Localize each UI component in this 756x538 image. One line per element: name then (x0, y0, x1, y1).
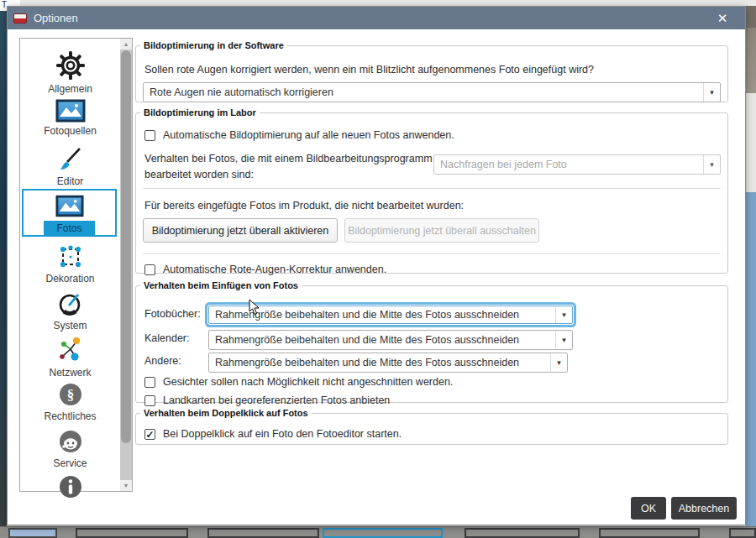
sidebar-scrollbar[interactable]: ▲ ▼ (120, 39, 132, 491)
checkbox-label: Bei Doppelklick auf ein Foto den Fotoedi… (163, 428, 402, 440)
section-einfuegen-fotos: Verhalten beim Einfügen von Fotos Fotobü… (135, 280, 728, 403)
checkbox-label: Automatische Rote-Augen-Korrektur anwend… (163, 264, 386, 275)
dialog-title: Optionen (34, 12, 78, 24)
divider (143, 253, 721, 254)
section-legend: Verhalten beim Einfügen von Fotos (140, 280, 302, 290)
dropdown-value: Rote Augen nie automatisch korrigieren (150, 86, 333, 98)
chevron-down-icon: ▾ (555, 306, 572, 323)
section-legend: Bildoptimierung in der Software (140, 40, 287, 50)
gauge-icon (21, 290, 119, 317)
svg-text:§: § (66, 387, 74, 403)
sidebar-item-netzwerk[interactable]: Netzwerk (21, 336, 119, 379)
options-dialog: Optionen ✕ (7, 6, 746, 525)
sidebar-item-fotoquellen[interactable]: Fotoquellen (21, 99, 119, 137)
fotobuecher-label: Fotobücher: (144, 308, 201, 320)
section-bildoptimierung-labor: Bildoptimierung im Labor Automatische Bi… (135, 107, 728, 274)
sidebar-item-dekoration[interactable]: Dekoration (21, 243, 119, 285)
checkbox-label: Landkarten bei georeferenzierten Fotos a… (163, 394, 390, 406)
maps-checkbox[interactable] (144, 395, 155, 406)
network-icon (21, 336, 119, 364)
sidebar-item-label: Fotos (44, 221, 95, 237)
sidebar-item-system[interactable]: System (21, 290, 119, 332)
scroll-up-icon[interactable]: ▲ (120, 39, 132, 50)
section-doppelklick-fotos: Verhalten beim Doppelklick auf Fotos ✓ B… (135, 408, 728, 445)
sidebar-item-editor[interactable]: Editor (21, 146, 119, 187)
sidebar-item-allgemein[interactable]: Allgemein (21, 50, 119, 95)
sidebar-item-info[interactable] (21, 473, 119, 500)
sidebar-item-service[interactable]: Service (21, 428, 119, 469)
auto-optimize-checkbox[interactable] (144, 130, 155, 141)
faces-checkbox-row: Gesichter sollen nach Möglichkeit nicht … (144, 376, 453, 388)
redeye-dropdown[interactable]: Rote Augen nie automatisch korrigieren ▾ (143, 82, 721, 102)
photo-slot (599, 528, 700, 538)
scroll-down-icon[interactable]: ▼ (120, 480, 132, 491)
fotobuecher-dropdown[interactable]: Rahmengröße beibehalten und die Mitte de… (208, 306, 573, 324)
section-legend: Verhalten beim Doppelklick auf Fotos (140, 408, 312, 418)
andere-dropdown[interactable]: Rahmengröße beibehalten und die Mitte de… (208, 353, 568, 373)
sidebar-item-label: Editor (21, 175, 119, 187)
kalender-dropdown[interactable]: Rahmengröße beibehalten und die Mitte de… (208, 330, 573, 350)
sidebar-item-rechtliches[interactable]: § Rechtliches (21, 381, 119, 422)
transform-icon (21, 243, 119, 270)
photo-slot (8, 528, 57, 538)
mouse-cursor (249, 299, 260, 316)
kalender-label: Kalender: (144, 332, 190, 344)
photo-slot (207, 528, 319, 538)
chevron-down-icon: ▾ (555, 331, 572, 349)
cancel-button[interactable]: Abbrechen (671, 497, 737, 520)
background-photo-strip (0, 526, 756, 538)
brush-icon (21, 146, 119, 173)
sidebar-item-label: Rechtliches (21, 410, 119, 422)
paragraph-icon: § (21, 381, 119, 408)
photo-slot (465, 528, 580, 538)
sidebar-item-label: Dekoration (21, 273, 119, 285)
background-segment (746, 6, 756, 28)
chevron-down-icon: ▾ (550, 353, 567, 372)
dropdown-value: Rahmengröße beibehalten und die Mitte de… (215, 309, 519, 321)
activate-optimization-button[interactable]: Bildoptimierung jetzt überall aktivieren (143, 218, 338, 243)
checkbox-label: Gesichter sollen nach Möglichkeit nicht … (163, 376, 453, 388)
andere-label: Andere: (144, 355, 181, 367)
faces-checkbox[interactable] (144, 377, 155, 388)
sidebar-item-fotos[interactable]: Fotos (22, 189, 117, 237)
checkbox-label: Automatische Bildoptimierung auf alle ne… (163, 129, 454, 141)
deactivate-optimization-button: Bildoptimierung jetzt überall ausschalte… (344, 218, 539, 243)
divider (143, 188, 721, 189)
doubleclick-editor-checkbox[interactable]: ✓ (144, 429, 155, 440)
photo-icon (24, 195, 115, 217)
sidebar-item-label: Allgemein (21, 83, 119, 95)
photo-slot-selected (323, 528, 443, 538)
titlebar[interactable]: Optionen ✕ (8, 7, 745, 29)
photo-slot (729, 528, 756, 538)
maps-checkbox-row: Landkarten bei georeferenzierten Fotos a… (144, 394, 390, 406)
dropdown-value: Rahmengröße beibehalten und die Mitte de… (215, 357, 519, 368)
background-segment (746, 93, 756, 192)
dropdown-value: Nachfragen bei jedem Foto (440, 159, 567, 170)
close-icon[interactable]: ✕ (710, 7, 735, 29)
app-logo-icon (13, 13, 27, 24)
inserted-photos-label: Für bereits eingefügte Fotos im Produkt,… (144, 200, 464, 212)
background-photo-right (746, 6, 756, 526)
gear-icon (21, 50, 119, 81)
sidebar-item-label: System (21, 320, 119, 332)
sidebar-item-label: Service (21, 457, 119, 469)
chevron-down-icon: ▾ (703, 155, 720, 174)
doubleclick-editor-checkbox-row: ✓ Bei Doppelklick auf ein Foto den Fotoe… (144, 428, 402, 440)
edited-photos-dropdown: Nachfragen bei jedem Foto ▾ (433, 154, 721, 175)
photo-icon (21, 99, 119, 123)
background-segment (746, 192, 756, 526)
headset-icon (21, 428, 119, 455)
edited-photos-label: Verhalten bei Fotos, die mit einem Bildb… (144, 151, 434, 184)
sidebar-item-label: Fotoquellen (21, 125, 119, 137)
redeye-correction-checkbox-row: Automatische Rote-Augen-Korrektur anwend… (144, 264, 386, 275)
scrollbar-thumb[interactable] (121, 50, 131, 443)
background-photo-left (0, 0, 7, 538)
background-top-strip (0, 0, 756, 6)
redeye-correction-checkbox[interactable] (144, 264, 155, 275)
section-bildoptimierung-software: Bildoptimierung in der Software Sollen r… (135, 40, 728, 102)
ok-button[interactable]: OK (631, 497, 666, 520)
sidebar-item-label: Netzwerk (21, 367, 119, 379)
info-icon (21, 473, 119, 500)
photo-slot (76, 528, 188, 538)
section-legend: Bildoptimierung im Labor (140, 107, 260, 118)
